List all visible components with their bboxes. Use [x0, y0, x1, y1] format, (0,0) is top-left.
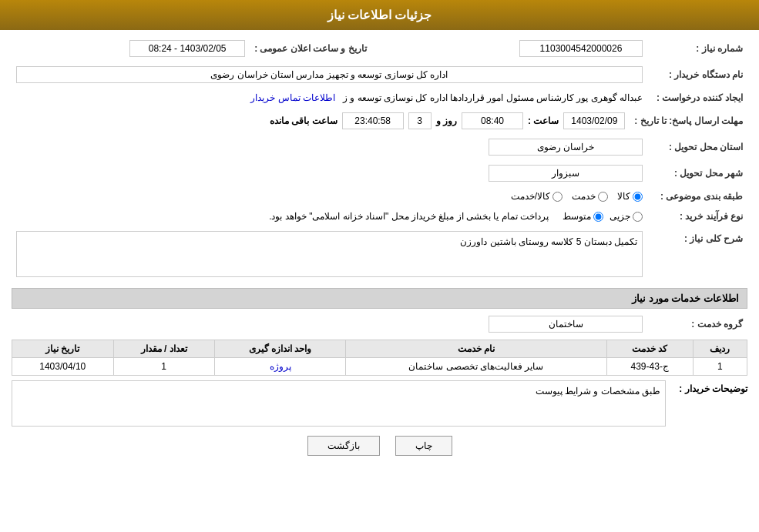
- info-table-row7: طبقه بندی موضوعی : کالا خدمت: [12, 189, 747, 204]
- col-header-unit: واحد اندازه گیری: [214, 340, 345, 358]
- requester-value: عبداله گوهری پور کارشناس مسئول امور قرار…: [343, 92, 643, 103]
- city-value-cell: سبزوار: [12, 162, 647, 184]
- page-title: جزئیات اطلاعات نیاز: [327, 8, 432, 22]
- province-label: استان محل تحویل :: [647, 136, 747, 158]
- category-label: طبقه بندی موضوعی :: [647, 189, 747, 204]
- buyer-org-value-cell: اداره کل نوسازی توسعه و تجهیز مدارس استا…: [12, 64, 647, 85]
- page-header: جزئیات اطلاعات نیاز: [0, 0, 759, 30]
- response-remaining-label: ساعت باقی مانده: [270, 115, 338, 126]
- need-number-value: 1103004542000026: [519, 40, 643, 57]
- category-kala-khedmat-label: کالا/خدمت: [511, 191, 550, 202]
- service-group-value-cell: ساختمان: [12, 313, 647, 335]
- main-content: شماره نیاز : 1103004542000026 تاریخ و سا…: [0, 30, 759, 475]
- col-header-row: ردیف: [693, 340, 747, 358]
- response-day-label: روز و: [436, 115, 457, 126]
- back-button[interactable]: بازگشت: [307, 436, 380, 456]
- process-jozi-label: جزیی: [610, 211, 630, 222]
- process-motavaset: متوسط: [563, 211, 603, 222]
- info-table-row3: ایجاد کننده درخواست : عبداله گوهری پور ک…: [12, 90, 747, 105]
- response-days: 3: [408, 112, 432, 129]
- info-table-row2: نام دستگاه خریدار : اداره کل نوسازی توسع…: [12, 64, 747, 85]
- announcement-date-label: تاریخ و ساعت اعلان عمومی :: [250, 38, 371, 59]
- cell-row: 1: [693, 358, 747, 376]
- buyer-notes-label: توضیحات خریدار :: [670, 380, 747, 427]
- category-kala-radio[interactable]: [633, 192, 643, 202]
- info-table-service-group: گروه خدمت : ساختمان: [12, 313, 747, 335]
- announcement-date-value: 1403/02/05 - 08:24: [129, 40, 245, 57]
- response-time: 08:40: [462, 112, 523, 129]
- col-header-code: کد خدمت: [606, 340, 693, 358]
- category-options-cell: کالا خدمت کالا/خدمت: [12, 189, 647, 204]
- service-group-label: گروه خدمت :: [647, 313, 747, 335]
- buyer-notes-textarea[interactable]: [12, 380, 666, 427]
- col-header-name: نام خدمت: [346, 340, 606, 358]
- process-options-cell: جزیی متوسط پرداخت تمام یا بخشی از مبلغ خ…: [12, 209, 647, 224]
- category-khedmat-radio[interactable]: [598, 192, 608, 202]
- requester-label: ایجاد کننده درخواست :: [647, 90, 747, 105]
- category-kala-label: کالا: [617, 191, 630, 202]
- response-date: 1403/02/09: [563, 112, 625, 129]
- table-row: 1 ج-43-439 سایر فعالیت‌های تخصصی ساختمان…: [12, 358, 747, 376]
- col-header-qty: تعداد / مقدار: [113, 340, 214, 358]
- info-table-need-desc: شرح کلی نیاز :: [12, 229, 747, 282]
- page-wrapper: جزئیات اطلاعات نیاز شماره نیاز : 1103004…: [0, 0, 759, 532]
- cell-unit[interactable]: پروژه: [214, 358, 345, 376]
- need-description-label: شرح کلی نیاز :: [647, 229, 747, 282]
- info-table-row6: شهر محل تحویل : سبزوار: [12, 162, 747, 184]
- need-description-value-cell: [12, 229, 647, 282]
- category-khedmat-label: خدمت: [572, 191, 596, 202]
- services-table: ردیف کد خدمت نام خدمت واحد اندازه گیری ت…: [12, 340, 747, 376]
- announcement-date-value-cell: 1403/02/05 - 08:24: [12, 38, 250, 59]
- cell-code: ج-43-439: [606, 358, 693, 376]
- province-value: خراسان رضوی: [489, 139, 643, 156]
- response-remaining: 23:40:58: [342, 112, 404, 129]
- response-deadline-values: 1403/02/09 ساعت : 08:40 روز و 3 23:40:58…: [12, 110, 630, 132]
- col-header-date: تاریخ نیاز: [12, 340, 114, 358]
- info-table-row8: نوع فرآیند خرید : جزیی متوسط پرداخت تمام…: [12, 209, 747, 224]
- category-kala-khedmat: کالا/خدمت: [511, 191, 563, 202]
- process-motavaset-label: متوسط: [563, 211, 591, 222]
- need-number-label: شماره نیاز :: [647, 38, 747, 59]
- btn-row: چاپ بازگشت: [12, 436, 747, 467]
- process-jozi-radio[interactable]: [633, 212, 643, 222]
- response-deadline-label: مهلت ارسال پاسخ: تا تاریخ :: [630, 110, 747, 132]
- services-section-title: اطلاعات خدمات مورد نیاز: [12, 288, 747, 309]
- buyer-org-label: نام دستگاه خریدار :: [647, 64, 747, 85]
- category-khedmat: خدمت: [572, 191, 608, 202]
- requester-contact-link[interactable]: اطلاعات تماس خریدار: [250, 92, 335, 103]
- process-label: نوع فرآیند خرید :: [647, 209, 747, 224]
- process-motavaset-radio[interactable]: [593, 212, 603, 222]
- service-group-value: ساختمان: [489, 316, 643, 333]
- print-button[interactable]: چاپ: [395, 436, 452, 456]
- requester-value-cell: عبداله گوهری پور کارشناس مسئول امور قرار…: [12, 90, 647, 105]
- cell-date: 1403/04/10: [12, 358, 114, 376]
- province-value-cell: خراسان رضوی: [12, 136, 647, 158]
- process-jozi: جزیی: [610, 211, 643, 222]
- need-description-textarea[interactable]: [16, 231, 643, 277]
- category-kala-khedmat-radio[interactable]: [552, 192, 563, 202]
- need-number-value-cell: 1103004542000026: [395, 38, 647, 59]
- info-table-row1: شماره نیاز : 1103004542000026 تاریخ و سا…: [12, 38, 747, 59]
- notes-section: توضیحات خریدار :: [12, 380, 747, 427]
- buyer-org-value: اداره کل نوسازی توسعه و تجهیز مدارس استا…: [16, 66, 643, 83]
- city-value: سبزوار: [489, 165, 643, 182]
- response-time-label: ساعت :: [528, 115, 559, 126]
- cell-name: سایر فعالیت‌های تخصصی ساختمان: [346, 358, 606, 376]
- cell-qty: 1: [113, 358, 214, 376]
- info-table-row4: مهلت ارسال پاسخ: تا تاریخ : 1403/02/09 س…: [12, 110, 747, 132]
- process-note: پرداخت تمام یا بخشی از مبلغ خریداز محل "…: [269, 211, 549, 222]
- city-label: شهر محل تحویل :: [647, 162, 747, 184]
- info-table-row5: استان محل تحویل : خراسان رضوی: [12, 136, 747, 158]
- category-kala: کالا: [617, 191, 643, 202]
